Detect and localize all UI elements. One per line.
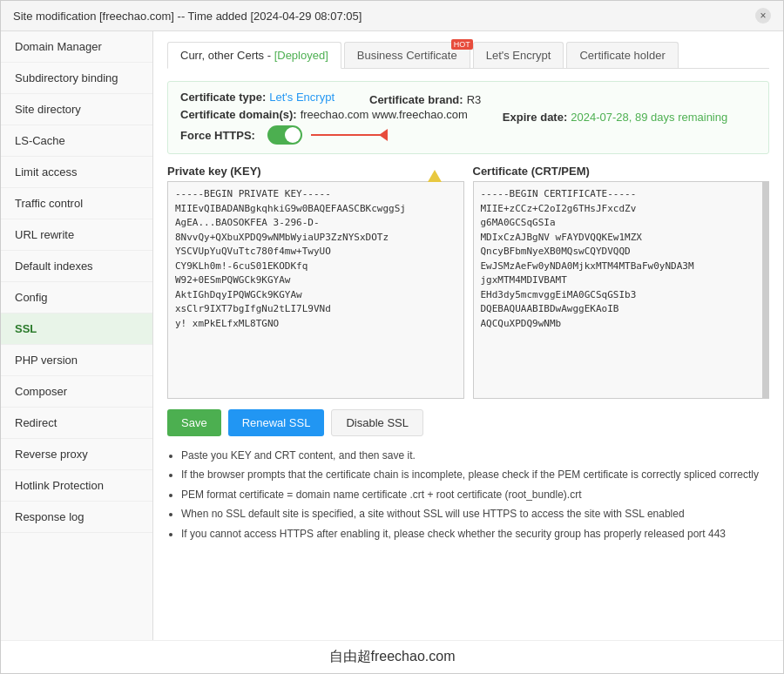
key-line-1: MIIEvQIBADANBgkqhkiG9w0BAQEFAASCBKcwggSj [175,202,456,217]
sidebar-item-url-rewrite[interactable]: URL rewrite [1,219,152,251]
main-content: Domain ManagerSubdirectory bindingSite d… [1,31,783,640]
key-line-7: AktIGhDqyI PQWGCk9KGYAw [175,288,456,303]
key-line-6: W92+0ESm PQWGCk9KGYAw [175,273,456,288]
cert-expire-row: Expire date: 2024-07-28, 89 days remaini… [503,108,727,125]
cert-line-9: AQCQ uXPDQ9wNMb [481,317,756,332]
sidebar-item-default-indexes[interactable]: Default indexes [1,251,152,282]
key-line-4: YSCVUpYuQVuTtc780f4mw+TwyUO [175,245,456,259]
cursor-indicator [428,170,442,182]
cert-info-block: Certificate type: Let's Encrypt Certific… [167,81,769,154]
key-line-3: 8NvvQy+QXbuXPDQ9wNMbWyiaUP3ZzNYSxDOTz [175,231,456,246]
force-https-label: Force HTTPS: [180,129,255,142]
cert-brand-value: R3 [467,93,482,106]
renewal-ssl-button[interactable]: Renewal SSL [228,409,325,436]
close-button[interactable]: × [755,8,771,24]
cert-domains-row: Certificate domain(s): freechao.com www.… [180,108,468,121]
private-key-box[interactable]: -----BEGIN PRIVATE KEY-----MIIEvQIBADANB… [167,181,464,399]
sidebar-item-reverse-proxy[interactable]: Reverse proxy [1,439,152,470]
toggle-knob [285,127,301,143]
cert-line-4: QncyBFbmNyeXB0MQswCQYDVQQD [481,245,756,259]
key-line-8: xsClr9IXT7bgIfgNu2tLI7L9VNd [175,302,456,317]
sidebar-item-response-log[interactable]: Response log [1,502,152,533]
key-line-2: AgEA...BAOSOKFEA 3-296-D- [175,216,456,231]
dialog-title-text: Site modification [freechao.com] -- Time… [13,10,362,23]
sidebar-item-ssl[interactable]: SSL [1,313,152,345]
cert-line-7: EHd3dy5mcm vggEiMA0GCSqGSIb3 [481,288,756,303]
cert-expire-label: Expire date: [503,111,567,124]
private-key-panel: Private key (KEY) -----BEGIN PRIVATE KEY… [167,165,464,399]
key-line-5: CY9KLh0m! -6cuS01EKODKfq [175,259,456,274]
footer-text: 自由超freechao.com [329,649,456,664]
key-cert-area: Private key (KEY) -----BEGIN PRIVATE KEY… [167,165,769,399]
footer: 自由超freechao.com [1,640,783,673]
disable-ssl-button[interactable]: Disable SSL [331,409,423,436]
cert-type-label: Certificate type: [180,91,266,104]
tabs-bar: Curr, other Certs - [Deployed]Business C… [167,42,769,69]
certificate-box[interactable]: -----BEGIN CERTIFICATE-----MIIE+zCC z+C2… [473,181,770,399]
cert-line-2: g6MA0GCSqGSI a [481,216,756,231]
private-key-label: Private key (KEY) [167,165,464,178]
note-item-1: If the browser prompts that the certific… [181,466,769,483]
tab-curr-other-certs[interactable]: Curr, other Certs - [Deployed] [167,42,341,69]
note-item-2: PEM format certificate = domain name cer… [181,486,769,503]
tab-business-certificate[interactable]: Business Certificate [344,42,470,68]
cert-line-0: -----BEGIN CERTIFICATE----- [481,187,756,202]
note-item-4: If you cannot access HTTPS after enablin… [181,525,769,543]
sidebar-item-traffic-control[interactable]: Traffic control [1,188,152,219]
cert-expire-value: 2024-07-28, 89 days remaining [571,111,727,124]
cert-line-5: EwJSMzAeFw0yNDA0MjkxMTM4MTBaFw0yNDA3M [481,259,756,274]
dialog: Site modification [freechao.com] -- Time… [0,0,784,674]
sidebar-item-site-directory[interactable]: Site directory [1,94,152,125]
cert-line-1: MIIE+zCC z+C2oI2g6THsJFxcdZv [481,202,756,217]
force-https-toggle[interactable] [267,125,302,145]
note-item-3: When no SSL default site is specified, a… [181,505,769,522]
dialog-title-bar: Site modification [freechao.com] -- Time… [1,1,783,31]
sidebar-item-ls-cache[interactable]: LS-Cache [1,125,152,157]
action-buttons: Save Renewal SSL Disable SSL [167,409,769,436]
certificate-label: Certificate (CRT/PEM) [473,165,770,178]
cert-domains-label: Certificate domain(s): [180,108,297,121]
sidebar-item-config[interactable]: Config [1,282,152,313]
save-button[interactable]: Save [167,409,221,436]
arrow-indicator [311,127,398,143]
force-https-row: Force HTTPS: [180,125,756,145]
cert-type-row: Certificate type: Let's Encrypt [180,91,335,104]
sidebar-item-redirect[interactable]: Redirect [1,408,152,439]
cert-line-3: MDIxCzAJBgNV wFAYDVQQKEw1MZX [481,231,756,246]
sidebar-item-hotlink-protection[interactable]: Hotlink Protection [1,470,152,502]
cert-line-6: jgxMTM4MDI VBAMT [481,273,756,288]
sidebar-item-subdirectory-binding[interactable]: Subdirectory binding [1,63,152,94]
note-item-0: Paste you KEY and CRT content, and then … [181,447,769,464]
cert-brand-row: Certificate brand: R3 [369,91,481,108]
sidebar: Domain ManagerSubdirectory bindingSite d… [1,31,153,640]
cert-brand-label: Certificate brand: [369,93,463,106]
key-line-9: y! xmPkELfxML8TGNO [175,317,456,332]
notes-list: Paste you KEY and CRT content, and then … [167,447,769,543]
right-panel: Curr, other Certs - [Deployed]Business C… [153,31,783,640]
sidebar-item-php-version[interactable]: PHP version [1,345,152,376]
sidebar-item-composer[interactable]: Composer [1,376,152,408]
cert-domains-value: freechao.com www.freechao.com [301,108,468,121]
tab-certificate-holder[interactable]: Certificate holder [566,42,678,68]
key-line-0: -----BEGIN PRIVATE KEY----- [175,187,456,202]
cert-line-8: DQEBAQUAABIBDwAwggEKAoIB [481,302,756,317]
certificate-panel: Certificate (CRT/PEM) -----BEGIN CERTIFI… [473,165,770,399]
sidebar-item-domain-manager[interactable]: Domain Manager [1,31,152,63]
tab-lets-encrypt[interactable]: Let's Encrypt [473,42,564,68]
sidebar-item-limit-access[interactable]: Limit access [1,157,152,188]
cert-type-value: Let's Encrypt [269,91,335,104]
